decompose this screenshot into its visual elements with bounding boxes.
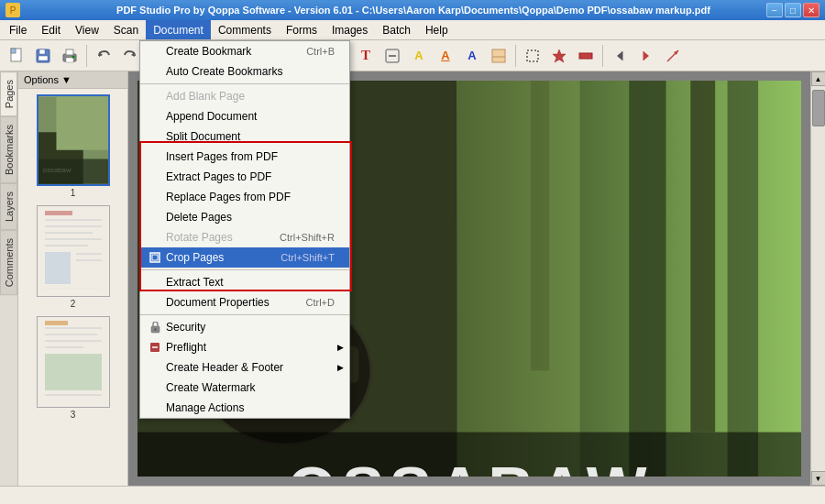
menu-create-watermark[interactable]: Create Watermark bbox=[140, 378, 349, 398]
text-tool[interactable]: T bbox=[353, 43, 379, 69]
extract-pages-label: Extract Pages to PDF bbox=[166, 170, 271, 183]
diagonal-arrow-button[interactable] bbox=[660, 43, 686, 69]
menu-auto-create-bookmarks[interactable]: Auto Create Bookmarks bbox=[140, 61, 349, 82]
minimize-button[interactable]: − bbox=[766, 3, 783, 17]
panel-options[interactable]: Options ▼ bbox=[18, 71, 127, 89]
preflight-label: Preflight bbox=[166, 341, 206, 354]
svg-rect-38 bbox=[38, 159, 108, 183]
create-watermark-label: Create Watermark bbox=[166, 381, 256, 394]
menu-preflight[interactable]: Preflight bbox=[140, 337, 349, 357]
menu-insert-pages[interactable]: Insert Pages from PDF bbox=[140, 147, 349, 167]
add-blank-page-label: Add Blank Page bbox=[166, 90, 245, 103]
menu-comments[interactable]: Comments bbox=[211, 20, 279, 39]
menu-batch[interactable]: Batch bbox=[375, 20, 418, 39]
redact-button[interactable] bbox=[573, 43, 599, 69]
svg-marker-30 bbox=[644, 51, 649, 60]
sep-3 bbox=[140, 314, 349, 315]
menu-extract-text[interactable]: Extract Text bbox=[140, 272, 349, 292]
document-properties-label: Document Properties bbox=[166, 296, 270, 309]
rotate-pages-shortcut: Ctrl+Shift+R bbox=[280, 232, 335, 243]
svg-rect-45 bbox=[45, 252, 71, 284]
svg-rect-1 bbox=[11, 49, 16, 53]
color-tool[interactable]: A bbox=[459, 43, 485, 69]
svg-rect-25 bbox=[527, 50, 538, 61]
split-document-label: Split Document bbox=[166, 130, 240, 143]
menu-scan[interactable]: Scan bbox=[106, 20, 146, 39]
print-button[interactable] bbox=[57, 43, 82, 69]
menu-append-document[interactable]: Append Document bbox=[140, 106, 349, 126]
undo-button[interactable] bbox=[91, 43, 116, 69]
menu-manage-actions[interactable]: Manage Actions bbox=[140, 398, 349, 418]
svg-rect-36 bbox=[56, 96, 108, 149]
underline-tool[interactable]: A bbox=[433, 43, 458, 69]
menu-edit[interactable]: Edit bbox=[34, 20, 68, 39]
scroll-thumb[interactable] bbox=[812, 90, 825, 126]
thumb-img-1: ossabaw bbox=[37, 94, 110, 186]
menu-document[interactable]: Document bbox=[146, 20, 211, 39]
arrow-right-button[interactable] bbox=[633, 43, 659, 69]
eraser-tool[interactable] bbox=[486, 43, 512, 69]
svg-point-8 bbox=[72, 55, 75, 58]
side-tabs: Pages Bookmarks Layers Comments bbox=[0, 71, 18, 486]
vertical-scrollbar[interactable]: ▲ ▼ bbox=[810, 71, 825, 486]
annotation-tool[interactable] bbox=[380, 43, 405, 69]
comments-tab[interactable]: Comments bbox=[0, 230, 17, 295]
scroll-up-button[interactable]: ▲ bbox=[811, 71, 826, 86]
scroll-track[interactable] bbox=[811, 86, 825, 471]
svg-rect-49 bbox=[45, 211, 72, 215]
menu-extract-pages[interactable]: Extract Pages to PDF bbox=[140, 167, 349, 187]
menu-create-bookmark[interactable]: Create Bookmark Ctrl+B bbox=[140, 41, 349, 61]
svg-point-73 bbox=[154, 328, 157, 331]
svg-rect-71 bbox=[152, 255, 158, 260]
extract-text-label: Extract Text bbox=[166, 276, 223, 289]
svg-rect-67 bbox=[457, 81, 580, 477]
menu-delete-pages[interactable]: Delete Pages bbox=[140, 207, 349, 227]
bookmarks-tab[interactable]: Bookmarks bbox=[0, 116, 17, 183]
highlight-tool[interactable]: A bbox=[406, 43, 432, 69]
maximize-button[interactable]: □ bbox=[785, 3, 801, 17]
menu-images[interactable]: Images bbox=[324, 20, 375, 39]
svg-rect-57 bbox=[45, 321, 68, 325]
thumb-img-3 bbox=[37, 316, 110, 408]
menu-split-document[interactable]: Split Document bbox=[140, 126, 349, 147]
new-button[interactable] bbox=[4, 43, 29, 69]
menu-rotate-pages[interactable]: Rotate Pages Ctrl+Shift+R bbox=[140, 227, 349, 247]
crop-pages-label: Crop Pages bbox=[166, 251, 224, 264]
svg-text:OSSABAW: OSSABAW bbox=[287, 455, 652, 477]
select-button[interactable] bbox=[520, 43, 545, 69]
thumbnail-panel: Options ▼ ossabaw 1 bbox=[18, 71, 128, 486]
status-bar bbox=[0, 486, 825, 504]
menu-replace-pages[interactable]: Replace Pages from PDF bbox=[140, 187, 349, 207]
document-dropdown-menu: Create Bookmark Ctrl+B Auto Create Bookm… bbox=[139, 40, 350, 419]
svg-rect-65 bbox=[728, 81, 759, 477]
layers-tab[interactable]: Layers bbox=[0, 183, 17, 230]
create-bookmark-label: Create Bookmark bbox=[166, 45, 251, 58]
thumbnail-2[interactable]: 2 bbox=[22, 203, 124, 311]
svg-rect-7 bbox=[66, 58, 73, 62]
svg-rect-23 bbox=[492, 49, 505, 62]
svg-rect-27 bbox=[579, 53, 592, 59]
menu-help[interactable]: Help bbox=[418, 20, 456, 39]
replace-pages-label: Replace Pages from PDF bbox=[166, 191, 291, 203]
stamp-button[interactable] bbox=[546, 43, 572, 69]
security-label: Security bbox=[166, 321, 205, 334]
menu-security[interactable]: Security bbox=[140, 317, 349, 337]
menu-view[interactable]: View bbox=[68, 20, 106, 39]
thumbnail-3[interactable]: 3 bbox=[22, 314, 124, 422]
thumbnail-1[interactable]: ossabaw 1 bbox=[22, 93, 124, 200]
menu-document-properties[interactable]: Document Properties Ctrl+D bbox=[140, 292, 349, 312]
menu-file[interactable]: File bbox=[2, 20, 34, 39]
menu-crop-pages[interactable]: Crop Pages Ctrl+Shift+T bbox=[140, 247, 349, 268]
scroll-down-button[interactable]: ▼ bbox=[811, 471, 826, 486]
thumb-num-3: 3 bbox=[71, 410, 76, 420]
thumbnail-list: ossabaw 1 bbox=[18, 89, 127, 486]
save-button[interactable] bbox=[30, 43, 56, 69]
menu-add-blank-page[interactable]: Add Blank Page bbox=[140, 86, 349, 106]
close-button[interactable]: ✕ bbox=[803, 3, 820, 17]
create-header-footer-label: Create Header & Footer bbox=[166, 361, 283, 374]
crop-pages-shortcut: Ctrl+Shift+T bbox=[280, 252, 335, 263]
menu-forms[interactable]: Forms bbox=[279, 20, 324, 39]
arrow-left-button[interactable] bbox=[607, 43, 632, 69]
menu-create-header-footer[interactable]: Create Header & Footer bbox=[140, 357, 349, 378]
pages-tab[interactable]: Pages bbox=[0, 71, 17, 116]
